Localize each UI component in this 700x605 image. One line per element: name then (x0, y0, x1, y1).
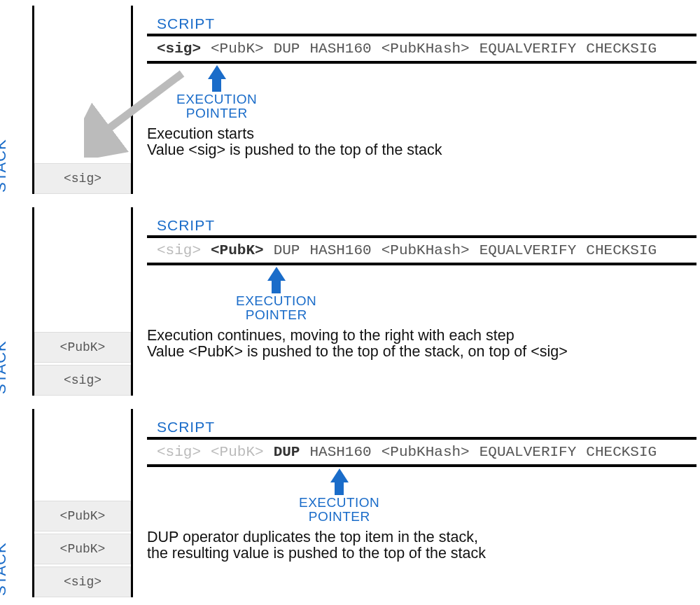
script-bar: <sig><PubK>DUPHASH160<PubKHash>EQUALVERI… (147, 235, 696, 265)
script-token: HASH160 (309, 444, 371, 460)
step-description: Execution startsValue <sig> is pushed to… (147, 126, 442, 158)
script-section: SCRIPT<sig><PubK>DUPHASH160<PubKHash>EQU… (147, 15, 696, 64)
stack-item: <sig> (34, 365, 131, 396)
arrow-stem (212, 79, 221, 92)
stack-container: <PubK><PubK><sig> (32, 409, 133, 597)
script-bar: <sig><PubK>DUPHASH160<PubKHash>EQUALVERI… (147, 34, 696, 64)
arrow-stem (335, 482, 344, 495)
stack-label: STACK (0, 542, 10, 596)
pointer-label: EXECUTIONPOINTER (236, 294, 316, 322)
stack-item: <PubK> (34, 501, 131, 531)
script-token: <PubKHash> (382, 41, 470, 57)
script-token: <PubK> (211, 41, 264, 57)
script-token: HASH160 (309, 242, 371, 258)
script-token: <PubKHash> (382, 444, 470, 460)
script-token: EQUALVERIFY (479, 242, 577, 258)
execution-pointer: EXECUTIONPOINTER (236, 267, 316, 322)
arrow-up-icon (267, 267, 286, 281)
script-token: DUP (274, 444, 300, 460)
script-label: SCRIPT (157, 419, 696, 436)
script-token: <sig> (157, 444, 201, 460)
script-token: EQUALVERIFY (479, 41, 577, 57)
script-label: SCRIPT (157, 217, 696, 234)
execution-step-0: STACK<sig>SCRIPT<sig><PubK>DUPHASH160<Pu… (0, 0, 700, 200)
stack-item: <PubK> (34, 534, 131, 564)
script-section: SCRIPT<sig><PubK>DUPHASH160<PubKHash>EQU… (147, 419, 696, 467)
script-token: CHECKSIG (586, 41, 657, 57)
step-description: DUP operator duplicates the top item in … (147, 529, 486, 562)
execution-pointer: EXECUTIONPOINTER (299, 468, 379, 524)
stack-label: STACK (0, 139, 10, 193)
script-token: DUP (274, 41, 300, 57)
script-token: EQUALVERIFY (479, 444, 577, 460)
script-bar: <sig><PubK>DUPHASH160<PubKHash>EQUALVERI… (147, 437, 696, 467)
script-section: SCRIPT<sig><PubK>DUPHASH160<PubKHash>EQU… (147, 217, 696, 265)
script-token: <sig> (157, 41, 201, 57)
arrow-up-icon (208, 65, 226, 79)
stack-label: STACK (0, 340, 10, 394)
stack-container: <sig> (32, 6, 133, 194)
script-token: CHECKSIG (586, 242, 657, 258)
script-token: <PubKHash> (382, 242, 470, 258)
execution-step-1: STACK<PubK><sig>SCRIPT<sig><PubK>DUPHASH… (0, 202, 700, 401)
script-token: <PubK> (211, 444, 264, 460)
script-token: <PubK> (211, 242, 264, 258)
stack-item: <PubK> (34, 332, 131, 363)
script-token: DUP (274, 242, 300, 258)
script-label: SCRIPT (157, 15, 696, 32)
stack-container: <PubK><sig> (32, 207, 133, 396)
pointer-label: EXECUTIONPOINTER (299, 496, 379, 524)
pointer-label: EXECUTIONPOINTER (176, 92, 257, 120)
script-token: CHECKSIG (586, 444, 657, 460)
step-description: Execution continues, moving to the right… (147, 328, 568, 360)
script-token: <sig> (157, 242, 201, 258)
execution-step-2: STACK<PubK><PubK><sig>SCRIPT<sig><PubK>D… (0, 403, 700, 603)
arrow-stem (272, 281, 281, 293)
script-token: HASH160 (309, 41, 371, 57)
stack-item: <sig> (34, 163, 131, 194)
stack-item: <sig> (34, 566, 131, 597)
execution-pointer: EXECUTIONPOINTER (176, 65, 257, 120)
arrow-up-icon (330, 468, 349, 482)
